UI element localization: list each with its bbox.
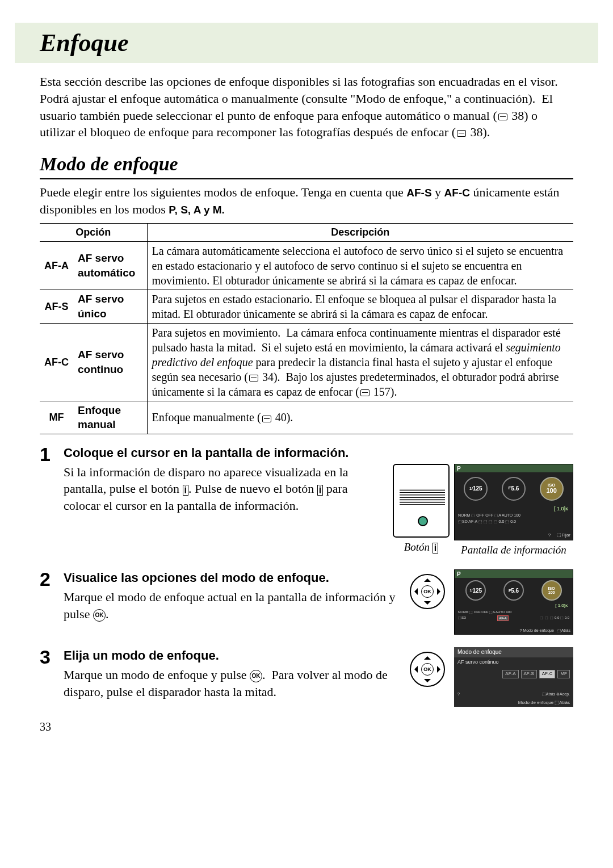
aperture-dial: F5.6 xyxy=(503,580,524,601)
mode-code: AF-C xyxy=(40,323,73,401)
th-desc: Descripción xyxy=(147,224,573,241)
step-number: 3 xyxy=(40,647,59,707)
focus-modes-table: Opción Descripción AF-A AF servo automát… xyxy=(40,223,573,434)
step-text: Si la información de disparo no aparece … xyxy=(64,464,384,514)
camera-diagram-block: Botón i xyxy=(393,464,450,555)
info-row: NORM ⬚ OFF OFF ⬚A AUTO 100 xyxy=(455,512,573,518)
section-intro-text: Puede elegir entre los siguientes modos … xyxy=(40,185,406,199)
mode-desc: Para sujetos en estado estacionario. El … xyxy=(147,290,573,323)
opt-mf: MF xyxy=(557,670,570,678)
mode-desc: Enfoque manualmente ( 40). xyxy=(147,401,573,434)
info-screen-2: P 1/125 F5.6 ISO100 [ 1.0]ᴋ NORM ⬚ OFF O… xyxy=(454,569,573,635)
table-row: MF Enfoque manual Enfoque manualmente ( … xyxy=(40,401,573,434)
aperture-dial: F5.6 xyxy=(502,477,526,501)
atras-label: ⬚Atrás xyxy=(557,628,570,632)
iso-dial: ISO100 xyxy=(541,580,562,601)
info-screen-block: P 1/125 F5.6 ISO100 [ 1.0]ᴋ NORM ⬚ OFF O… xyxy=(454,464,573,557)
screen3-bottom: Modo de enfoque ⬚Atrás xyxy=(518,700,570,706)
q-icon: ? xyxy=(548,532,551,538)
screen-mode: P xyxy=(455,570,573,578)
mode-code: MF xyxy=(40,401,73,434)
acep-btn: ⊛Acep. xyxy=(556,692,570,696)
page-ref-icon xyxy=(249,375,258,381)
shutter-dial: 1/125 xyxy=(465,580,486,601)
step-text: Marque el modo de enfoque actual en la p… xyxy=(64,589,396,622)
step-title: Elija un modo de enfoque. xyxy=(64,647,396,664)
bracket-value: [ 1.0]ᴋ xyxy=(455,505,573,512)
dpad-icon: OK xyxy=(410,652,445,687)
shutter-dial: 1/125 xyxy=(464,477,488,501)
th-option: Opción xyxy=(40,224,147,241)
title-bar: Enfoque xyxy=(15,23,598,63)
section-heading: Modo de enfoque xyxy=(40,151,573,179)
mode-name: AF servo continuo xyxy=(73,323,147,401)
section-intro-y: y xyxy=(432,185,444,199)
mode-desc: Para sujetos en movimiento. La cámara en… xyxy=(147,323,573,401)
info-button-icon: i xyxy=(183,485,188,496)
mode-desc: La cámara automáticamente selecciona el … xyxy=(147,241,573,290)
ok-icon: OK xyxy=(93,609,106,622)
afc-label: AF-C xyxy=(444,187,470,199)
page-ref-icon xyxy=(262,416,271,422)
step-2: 2 Visualice las opciones del modo de enf… xyxy=(40,569,573,635)
camera-diagram xyxy=(393,464,450,538)
step-number: 2 xyxy=(40,569,59,635)
step-number: 1 xyxy=(40,445,59,557)
table-row: AF-S AF servo único Para sujetos en esta… xyxy=(40,290,573,323)
step-1: 1 Coloque el cursor en la pantalla de in… xyxy=(40,445,573,557)
ok-icon: OK xyxy=(250,670,262,682)
intro-paragraph: Esta sección describe las opciones de en… xyxy=(40,73,573,141)
page-number: 33 xyxy=(40,719,573,735)
opt-afc: AF-C xyxy=(539,670,556,678)
page-ref-icon xyxy=(457,130,466,137)
table-row: AF-A AF servo automático La cámara autom… xyxy=(40,241,573,290)
afa-highlight: AF-A xyxy=(497,615,509,621)
dpad-icon: OK xyxy=(410,574,445,609)
info-row: ⬚SD AF-A ⬚ ⬚ ⬚ ⬚ 0.0 ⬚ 0.0 xyxy=(455,518,573,525)
info-button-icon: i xyxy=(317,485,323,496)
mode-name: AF servo único xyxy=(73,290,147,323)
step-3: 3 Elija un modo de enfoque. Marque un mo… xyxy=(40,647,573,707)
table-row: AF-C AF servo continuo Para sujetos en m… xyxy=(40,323,573,401)
atras-btn: ⬚Atrás xyxy=(542,692,555,696)
modes-label: P, S, A y M. xyxy=(169,204,225,216)
mode-name: Enfoque manual xyxy=(73,401,147,434)
screen3-sub: AF servo continuo xyxy=(454,657,573,666)
mode-select-screen: Modo de enfoque AF servo continuo AF-A A… xyxy=(454,647,573,707)
caption-boton: Botón i xyxy=(404,540,439,555)
page-title: Enfoque xyxy=(40,26,593,60)
info-screen: P 1/125 F5.6 ISO100 [ 1.0]ᴋ NORM ⬚ OFF O… xyxy=(454,464,573,540)
step-title: Coloque el cursor en la pantalla de info… xyxy=(64,445,573,462)
iso-dial: ISO100 xyxy=(540,477,564,501)
italic-phrase: seguimiento predictivo del enfoque xyxy=(152,341,561,368)
fijar-label: ⬚Fijar xyxy=(557,532,570,538)
steps-list: 1 Coloque el cursor en la pantalla de in… xyxy=(40,445,573,707)
caption-pantalla: Pantalla de información xyxy=(461,543,566,557)
section-intro: Puede elegir entre los siguientes modos … xyxy=(40,184,573,217)
afs-label: AF-S xyxy=(406,187,431,199)
mode-code: AF-A xyxy=(40,241,73,290)
mode-name: AF servo automático xyxy=(73,241,147,290)
page-ref-icon xyxy=(360,389,370,396)
screen3-title: Modo de enfoque xyxy=(454,647,573,657)
screen-mode: P xyxy=(455,464,573,472)
opt-afs: AF-S xyxy=(521,670,537,678)
mode-code: AF-S xyxy=(40,290,73,323)
step-text: Marque un modo de enfoque y pulse OK. Pa… xyxy=(64,666,396,700)
opt-afa: AF-A xyxy=(502,670,518,678)
page-ref-icon xyxy=(498,114,507,120)
step-title: Visualice las opciones del modo de enfoq… xyxy=(64,569,396,586)
